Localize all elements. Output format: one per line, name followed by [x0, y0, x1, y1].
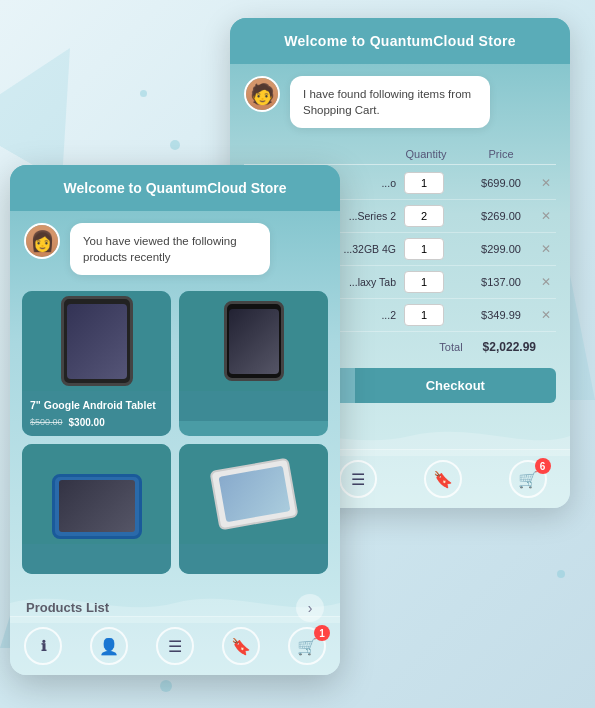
- product-info-2: [179, 391, 328, 421]
- front-nav-info-btn[interactable]: ℹ: [24, 627, 62, 665]
- nav-bookmark-btn[interactable]: 🔖: [424, 460, 462, 498]
- product-img-1: [22, 291, 171, 391]
- product-img-3: [22, 444, 171, 544]
- bookmark-icon: 🔖: [424, 460, 462, 498]
- remove-item-2[interactable]: ✕: [536, 209, 556, 223]
- recently-viewed-card: Welcome to QuantumCloud Store 👩 You have…: [10, 165, 340, 675]
- back-chat-text: I have found following items from Shoppi…: [303, 88, 471, 116]
- product-card-1[interactable]: 7" Google Android Tablet $500.00 $300.00…: [22, 291, 171, 436]
- qty-input-1[interactable]: [404, 172, 444, 194]
- back-card-header: Welcome to QuantumCloud Store: [230, 18, 570, 64]
- front-chat-bubble: You have viewed the following products r…: [70, 223, 270, 275]
- avatar-face: 🧑: [246, 78, 278, 110]
- front-bookmark-icon: 🔖: [222, 627, 260, 665]
- qty-input-2[interactable]: [404, 205, 444, 227]
- front-nav-bookmark-btn[interactable]: 🔖: [222, 627, 260, 665]
- qty-input-3[interactable]: [404, 238, 444, 260]
- cart-table-header: Quantity Price: [244, 144, 556, 165]
- front-menu-icon: ☰: [156, 627, 194, 665]
- col-x-label: [536, 148, 556, 160]
- checkout-button[interactable]: Checkout: [355, 368, 556, 403]
- front-avatar-face: 👩: [26, 225, 58, 257]
- tablet-dark-img-2: [224, 301, 284, 381]
- price-new-1: $300.00: [69, 417, 105, 428]
- product-info-4: [179, 544, 328, 574]
- tablet-dark-img: [61, 296, 133, 386]
- front-avatar: 👩: [24, 223, 60, 259]
- nav-cart-btn[interactable]: 🛒 6: [509, 460, 547, 498]
- total-label: Total: [439, 341, 462, 353]
- front-person-icon: 👤: [90, 627, 128, 665]
- avatar: 🧑: [244, 76, 280, 112]
- col-price-label: Price: [466, 148, 536, 160]
- nav-menu-btn[interactable]: ☰: [339, 460, 377, 498]
- front-nav-person-btn[interactable]: 👤: [90, 627, 128, 665]
- front-chat-text: You have viewed the following products r…: [83, 235, 237, 263]
- qty-input-5[interactable]: [404, 304, 444, 326]
- product-card-3[interactable]: [22, 444, 171, 574]
- bg-decoration-1: [0, 18, 122, 182]
- front-nav-cart-btn[interactable]: 🛒 1: [288, 627, 326, 665]
- total-value: $2,022.99: [483, 340, 536, 354]
- cart-badge: 6: [535, 458, 551, 474]
- product-img-4: [179, 444, 328, 544]
- tablet-blue-img: [52, 474, 142, 539]
- product-price-1: $500.00 $300.00: [30, 417, 163, 428]
- remove-item-3[interactable]: ✕: [536, 242, 556, 256]
- front-card-nav: ℹ 👤 ☰ 🔖 🛒 1: [10, 616, 340, 675]
- qty-input-4[interactable]: [404, 271, 444, 293]
- product-name-1: 7" Google Android Tablet: [30, 399, 163, 413]
- info-icon: ℹ: [24, 627, 62, 665]
- bg-dot-3: [160, 680, 172, 692]
- bg-dot-4: [557, 570, 565, 578]
- tablet-white-img: [209, 457, 298, 530]
- product-card-2[interactable]: [179, 291, 328, 436]
- products-grid: 7" Google Android Tablet $500.00 $300.00…: [10, 291, 340, 574]
- bg-dot-1: [170, 140, 180, 150]
- product-info-3: [22, 544, 171, 574]
- back-chat-area: 🧑 I have found following items from Shop…: [230, 64, 570, 140]
- remove-item-4[interactable]: ✕: [536, 275, 556, 289]
- front-cart-badge: 1: [314, 625, 330, 641]
- back-chat-bubble: I have found following items from Shoppi…: [290, 76, 490, 128]
- price-old-1: $500.00: [30, 417, 63, 427]
- back-card-title: Welcome to QuantumCloud Store: [284, 33, 516, 49]
- product-card-4[interactable]: [179, 444, 328, 574]
- bg-dot-2: [140, 90, 147, 97]
- front-card-header: Welcome to QuantumCloud Store: [10, 165, 340, 211]
- remove-item-5[interactable]: ✕: [536, 308, 556, 322]
- front-chat-area: 👩 You have viewed the following products…: [10, 211, 340, 287]
- remove-item-1[interactable]: ✕: [536, 176, 556, 190]
- front-nav-menu-btn[interactable]: ☰: [156, 627, 194, 665]
- product-img-2: [179, 291, 328, 391]
- col-quantity-label: Quantity: [386, 148, 466, 160]
- menu-icon: ☰: [339, 460, 377, 498]
- front-card-title: Welcome to QuantumCloud Store: [64, 180, 287, 196]
- product-info-1: 7" Google Android Tablet $500.00 $300.00: [22, 391, 171, 436]
